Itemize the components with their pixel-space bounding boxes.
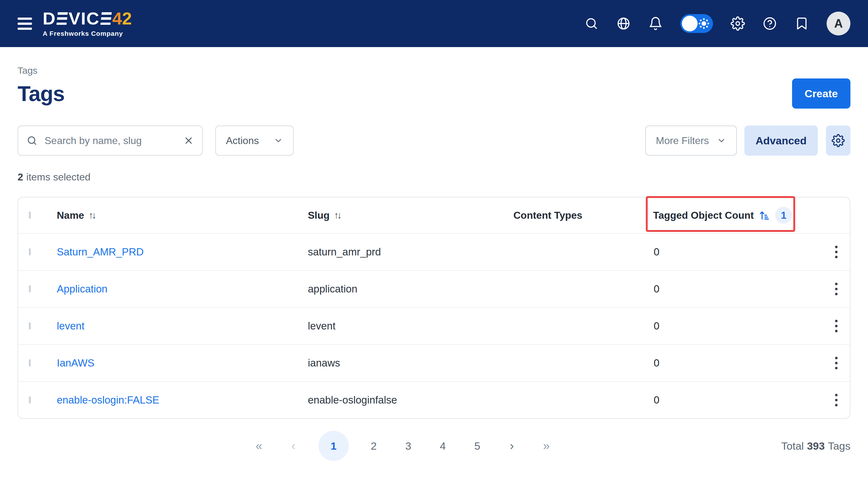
- logo-letter-d: D: [43, 10, 56, 27]
- row-checkbox[interactable]: [29, 248, 31, 255]
- tag-name-link[interactable]: IanAWS: [57, 357, 94, 369]
- row-menu-kebab-icon[interactable]: [832, 391, 841, 409]
- column-header-content-types[interactable]: Content Types: [514, 210, 653, 221]
- tagged-object-count: 0: [653, 357, 659, 369]
- tagged-object-count: 0: [653, 320, 659, 332]
- bookmark-icon[interactable]: [795, 16, 809, 31]
- hamburger-menu-icon[interactable]: [18, 18, 32, 30]
- row-checkbox[interactable]: [29, 396, 31, 403]
- sort-icon[interactable]: ↑↓: [89, 210, 95, 221]
- tagged-object-count: 0: [653, 283, 659, 295]
- clear-search-icon[interactable]: [183, 135, 194, 146]
- avatar[interactable]: A: [827, 11, 850, 35]
- select-all-checkbox[interactable]: [29, 212, 31, 219]
- tag-name-link[interactable]: Saturn_AMR_PRD: [57, 246, 144, 257]
- logo-digit-4: 4: [112, 10, 122, 27]
- tag-slug: levent: [308, 320, 336, 332]
- table-row: Saturn_AMR_PRD saturn_amr_prd 0: [18, 233, 850, 270]
- breadcrumb[interactable]: Tags: [18, 65, 850, 76]
- tag-slug: saturn_amr_prd: [308, 246, 381, 257]
- logo-digit-2: 2: [122, 10, 132, 27]
- tag-name-link[interactable]: Application: [57, 283, 107, 295]
- avatar-initial: A: [834, 17, 843, 30]
- table-row: enable-oslogin:FALSE enable-osloginfalse…: [18, 381, 850, 418]
- chevron-down-icon: [274, 136, 283, 145]
- tag-slug: ianaws: [308, 357, 340, 369]
- row-checkbox[interactable]: [29, 359, 31, 366]
- sort-priority-badge: 1: [775, 207, 792, 224]
- pagination: « ‹ 1 2 3 4 5 › »: [249, 431, 556, 461]
- table-row: Application application 0: [18, 270, 850, 307]
- row-menu-kebab-icon[interactable]: [832, 354, 841, 372]
- page-title: Tags: [18, 81, 65, 106]
- row-checkbox[interactable]: [29, 285, 31, 293]
- sun-icon: [697, 17, 710, 30]
- row-checkbox[interactable]: [29, 322, 31, 330]
- pagination-page-3[interactable]: 3: [399, 431, 418, 461]
- logo-letter-e-bars: [100, 12, 112, 25]
- actions-dropdown[interactable]: Actions: [215, 125, 294, 156]
- pagination-first-button[interactable]: «: [249, 431, 268, 461]
- advanced-button[interactable]: Advanced: [744, 125, 818, 156]
- bell-icon[interactable]: [648, 16, 663, 31]
- gear-icon: [832, 134, 845, 147]
- pagination-last-button[interactable]: »: [537, 431, 556, 461]
- more-filters-dropdown[interactable]: More Filters: [645, 125, 737, 156]
- column-header-tagged-object-count[interactable]: Tagged Object Count 1: [653, 207, 823, 224]
- column-header-slug[interactable]: Slug ↑↓: [308, 210, 514, 221]
- tag-slug: application: [308, 283, 358, 295]
- tagged-object-count: 0: [653, 246, 659, 257]
- toggle-knob: [682, 16, 698, 31]
- table-row: IanAWS ianaws 0: [18, 344, 850, 381]
- create-button[interactable]: Create: [792, 79, 850, 109]
- tags-table: Name ↑↓ Slug ↑↓ Content Types Tagged Obj…: [18, 197, 850, 419]
- sort-icon[interactable]: ↑↓: [334, 210, 340, 221]
- logo-tagline: A Freshworks Company: [43, 30, 132, 37]
- tagged-object-count: 0: [653, 394, 659, 406]
- tag-name-link[interactable]: enable-oslogin:FALSE: [57, 394, 159, 406]
- search-box: [18, 125, 203, 156]
- sort-ascending-icon[interactable]: [759, 210, 770, 221]
- globe-icon[interactable]: [616, 16, 631, 31]
- help-icon[interactable]: [763, 16, 777, 31]
- top-navbar: D VIC 4 2 A Freshworks Company: [0, 0, 868, 47]
- column-header-name[interactable]: Name ↑↓: [57, 210, 308, 221]
- row-menu-kebab-icon[interactable]: [832, 280, 841, 298]
- table-settings-button[interactable]: [826, 125, 850, 156]
- search-icon[interactable]: [584, 16, 599, 31]
- logo-letter-e-bars: [57, 12, 68, 25]
- table-row: levent levent 0: [18, 307, 850, 344]
- search-input[interactable]: [44, 134, 177, 147]
- table-header-row: Name ↑↓ Slug ↑↓ Content Types Tagged Obj…: [18, 197, 850, 233]
- theme-toggle[interactable]: [680, 14, 713, 33]
- pagination-page-4[interactable]: 4: [433, 431, 452, 461]
- pagination-next-button[interactable]: ›: [502, 431, 521, 461]
- total-count-label: Total 393 Tags: [781, 431, 850, 461]
- row-menu-kebab-icon[interactable]: [832, 243, 841, 262]
- chevron-down-icon: [717, 136, 726, 145]
- app-root: D VIC 4 2 A Freshworks Company: [0, 0, 868, 487]
- search-icon: [26, 135, 38, 146]
- pagination-page-2[interactable]: 2: [364, 431, 383, 461]
- tag-slug: enable-osloginfalse: [308, 394, 397, 406]
- logo-letters-vic: VIC: [68, 10, 99, 27]
- row-menu-kebab-icon[interactable]: [832, 316, 841, 335]
- pagination-prev-button[interactable]: ‹: [284, 431, 303, 461]
- gear-icon[interactable]: [731, 16, 745, 31]
- pagination-page-5[interactable]: 5: [468, 431, 487, 461]
- tag-name-link[interactable]: levent: [57, 320, 85, 332]
- selection-status: 2 items selected: [18, 171, 850, 183]
- device42-logo[interactable]: D VIC 4 2 A Freshworks Company: [43, 10, 132, 37]
- pagination-page-1[interactable]: 1: [318, 431, 349, 461]
